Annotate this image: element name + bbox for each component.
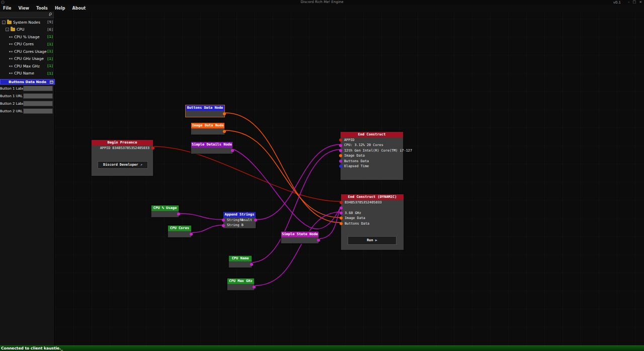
node-row — [186, 111, 224, 117]
input-port[interactable] — [340, 206, 343, 209]
input-port[interactable] — [340, 212, 343, 215]
input-port[interactable] — [339, 154, 342, 157]
property-input-button-2-label[interactable] — [23, 101, 53, 106]
graph-node-image-data-node[interactable]: Image Data Node — [191, 122, 225, 135]
input-port[interactable] — [339, 138, 342, 142]
tree-item-system-nodes[interactable]: –System Nodes[9] — [0, 19, 55, 26]
output-port[interactable] — [250, 263, 253, 266]
search-input[interactable] — [0, 12, 54, 18]
input-port[interactable] — [339, 149, 342, 152]
input-port[interactable] — [222, 219, 225, 222]
node-title: Begin Presence — [92, 140, 153, 146]
graph-node-buttons-data-node[interactable]: Buttons Data Node — [185, 105, 225, 117]
output-port[interactable] — [190, 233, 193, 236]
node-row-label: APPID — [344, 138, 354, 142]
input-port[interactable] — [339, 165, 342, 168]
graph-node-end-construct-dynamic[interactable]: End Construct (DYNAMIC)83485378535240503… — [341, 194, 404, 250]
input-port[interactable] — [340, 201, 343, 204]
node-row: CPU: 3.12% 20 Cores — [341, 143, 403, 148]
node-leaf-icon — [9, 73, 13, 74]
graph-node-end-construct[interactable]: End ConstructAPPIDCPU: 3.12% 20 Cores12t… — [340, 131, 404, 180]
output-port[interactable] — [253, 286, 256, 289]
sidebar: –System Nodes[9]–CPU[6]CPU % Usage[1]CPU… — [0, 12, 55, 345]
property-row: Button 1 Label — [0, 85, 55, 92]
graph-node-cpu-name[interactable]: CPU Name — [228, 255, 252, 268]
input-port[interactable] — [339, 144, 342, 147]
status-text: Connected to client kaustie._ — [0, 346, 644, 351]
menu-item-view[interactable]: View — [18, 6, 29, 11]
input-port[interactable] — [339, 160, 342, 163]
graph-node-cpu-cores[interactable]: CPU Cores — [168, 225, 192, 238]
maximize-button[interactable]: □ — [633, 0, 636, 4]
output-port[interactable] — [231, 149, 234, 152]
node-row: Elapsed Time — [341, 164, 403, 169]
output-port[interactable] — [177, 213, 180, 216]
graph-node-simple-details-node[interactable]: Simple Details Node — [191, 142, 233, 154]
node-row-label: Buttons Data — [345, 222, 369, 226]
tree-expander-icon[interactable]: – — [6, 28, 9, 31]
app-window: Discord Rich Me! Engine v0.1 –□× FileVie… — [0, 0, 644, 351]
node-row: APPID 834853785352405033 — [92, 146, 153, 151]
node-row-label: 3.60 GHz — [345, 211, 361, 215]
node-button-begin-presence[interactable]: Discord Developer ↗ — [98, 161, 148, 169]
tree-item-cpu-max-ghz[interactable]: CPU Max GHz[1] — [0, 62, 55, 70]
graph-node-cpu-max-ghz[interactable]: CPU Max GHz — [227, 278, 255, 291]
property-row: Button 2 URL — [0, 107, 55, 115]
node-row-label: 834853785352405033 — [345, 200, 382, 204]
tree-item-cpu-usage[interactable]: CPU % Usage[1] — [0, 33, 55, 41]
menu-item-about[interactable]: About — [72, 6, 86, 11]
input-port[interactable] — [222, 224, 225, 227]
menu-item-tools[interactable]: Tools — [36, 6, 48, 11]
property-input-button-1-label[interactable] — [23, 86, 53, 91]
tree-count-badge: [6] — [47, 28, 53, 32]
tree-count-badge: [1] — [47, 64, 53, 68]
tree-expander-icon[interactable]: – — [2, 21, 6, 24]
node-row-label: CPU: 3.12% 20 Cores — [344, 143, 383, 147]
minimize-button[interactable]: – — [628, 0, 630, 4]
property-input-button-1-url[interactable] — [23, 93, 53, 99]
tree-item-label: CPU Cores Usage — [14, 49, 47, 54]
window-title: Discord Rich Me! Engine — [0, 0, 644, 5]
graph-node-begin-presence[interactable]: Begin PresenceAPPID 834853785352405033Di… — [91, 139, 153, 176]
node-title: CPU Name — [229, 256, 252, 261]
tree-item-cpu[interactable]: –CPU[6] — [0, 26, 55, 34]
node-row — [191, 128, 224, 134]
output-port[interactable] — [223, 112, 226, 115]
node-button-icon: ▶ — [375, 238, 377, 242]
folder-icon — [7, 21, 12, 24]
node-title: Image Data Node — [191, 123, 224, 128]
input-port[interactable] — [340, 217, 343, 220]
node-button-end-construct-dynamic[interactable]: Run ▶ — [348, 236, 396, 245]
node-tree: –System Nodes[9]–CPU[6]CPU % Usage[1]CPU… — [0, 19, 55, 77]
window-grid-icon — [50, 81, 53, 84]
tree-item-cpu-ghz-usage[interactable]: CPU GHz Usage[1] — [0, 55, 55, 63]
graph-node-simple-state-node[interactable]: Simple State Node — [281, 231, 319, 244]
close-button[interactable]: × — [639, 0, 642, 4]
property-row: Button 2 Label — [0, 100, 55, 107]
output-port[interactable] — [317, 239, 320, 242]
output-port[interactable] — [223, 130, 226, 133]
properties-panel-header: Buttons Data Node — [0, 79, 55, 85]
property-input-button-2-url[interactable] — [23, 108, 53, 114]
node-button-label: Discord Developer — [103, 163, 140, 167]
tree-count-badge: [1] — [47, 42, 53, 46]
node-button-label: Run — [367, 238, 375, 242]
node-row — [341, 205, 404, 210]
node-row: APPID — [341, 137, 403, 143]
menu-item-help[interactable]: Help — [55, 6, 65, 11]
tree-item-cpu-cores[interactable]: CPU Cores[1] — [0, 41, 55, 48]
graph-node-append-strings[interactable]: Append StringsString AResultString B — [223, 212, 256, 229]
menu-bar: FileViewToolsHelpAbout — [0, 5, 644, 12]
input-port[interactable] — [340, 222, 343, 225]
node-row: Image Data — [341, 216, 404, 221]
graph-node-cpu-pct-usage[interactable]: CPU % Usage — [151, 205, 179, 218]
tree-item-cpu-name[interactable]: CPU Name[1] — [0, 70, 55, 78]
tree-item-cpu-cores-usage[interactable]: CPU Cores Usage[1] — [0, 48, 55, 55]
menu-item-file[interactable]: File — [3, 6, 11, 11]
properties-panel-title: Buttons Data Node — [9, 80, 46, 84]
node-row — [191, 148, 232, 154]
node-row: String B — [223, 223, 256, 228]
node-leaf-icon — [9, 58, 13, 59]
node-row — [281, 237, 318, 243]
node-leaf-icon — [9, 43, 13, 45]
